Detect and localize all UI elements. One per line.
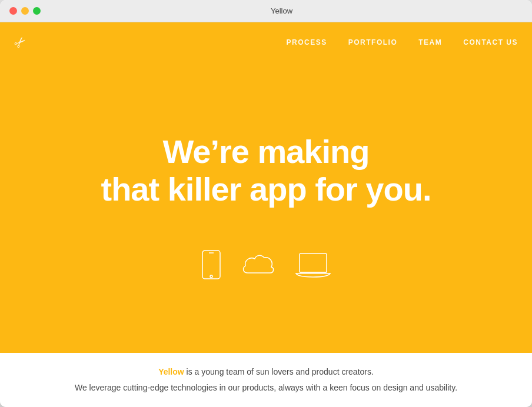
close-button[interactable]: [9, 7, 17, 15]
minimize-button[interactable]: [21, 7, 29, 15]
svg-point-2: [210, 275, 212, 278]
title-bar: Yellow: [0, 0, 532, 22]
device-icons: [201, 249, 331, 282]
nav-link-contact-us[interactable]: CONTACT US: [463, 38, 518, 46]
nav-link-process[interactable]: PROCESS: [287, 38, 327, 46]
nav-link-team[interactable]: TEAM: [418, 38, 442, 46]
hero-section: ✂ PROCESS PORTFOLIO TEAM CONTACT US We’r…: [0, 22, 532, 353]
main-content: ✂ PROCESS PORTFOLIO TEAM CONTACT US We’r…: [0, 22, 532, 407]
footer-section: Yellow is a young team of sun lovers and…: [0, 353, 532, 407]
nav-link-portfolio[interactable]: PORTFOLIO: [348, 38, 398, 46]
browser-window: Yellow ✂ PROCESS PORTFOLIO TEAM CONTACT …: [0, 0, 532, 407]
nav-links: PROCESS PORTFOLIO TEAM CONTACT US: [287, 38, 518, 46]
cloud-icon: [241, 252, 276, 280]
footer-line-2: We leverage cutting-edge technologies in…: [24, 382, 508, 394]
svg-rect-3: [300, 253, 327, 272]
mobile-icon: [201, 249, 222, 282]
maximize-button[interactable]: [33, 7, 41, 15]
traffic-lights: [9, 7, 41, 15]
laptop-icon: [295, 251, 331, 281]
hero-content: We’re making that killer app for you.: [0, 62, 532, 353]
window-title: Yellow: [41, 6, 523, 15]
navigation: ✂ PROCESS PORTFOLIO TEAM CONTACT US: [0, 22, 532, 62]
hero-headline: We’re making that killer app for you.: [101, 133, 431, 209]
svg-rect-0: [202, 251, 220, 279]
logo-icon: ✂: [10, 32, 30, 52]
footer-line-1: Yellow is a young team of sun lovers and…: [24, 366, 508, 378]
footer-brand: Yellow: [158, 367, 184, 376]
